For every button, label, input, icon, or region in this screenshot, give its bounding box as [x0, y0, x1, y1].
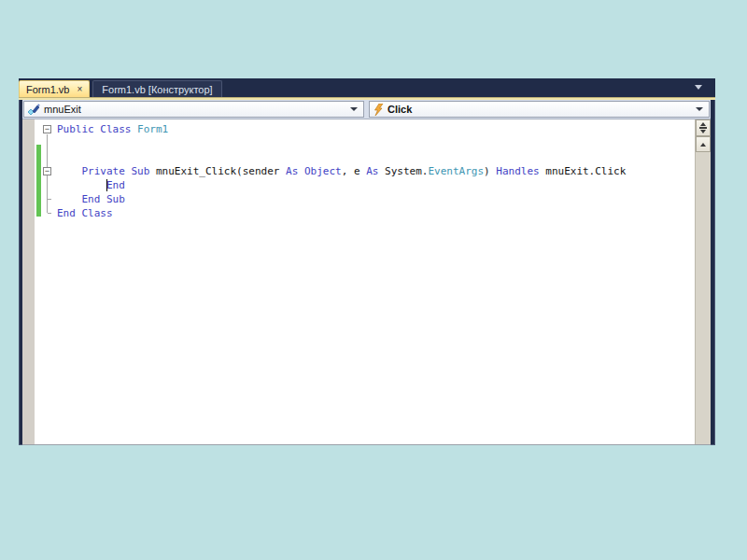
code-lines[interactable]: Public Class Form1 Private Sub mnuExit_C… — [57, 122, 695, 220]
code-line[interactable]: End Class — [57, 206, 695, 220]
vertical-scrollbar[interactable] — [695, 119, 711, 444]
code-line[interactable] — [57, 150, 695, 164]
splitter-bar-icon — [699, 127, 707, 129]
document-tab-strip: Form1.vb × Form1.vb [Конструктор] — [19, 78, 715, 97]
breakpoint-indicator-margin[interactable] — [22, 119, 35, 444]
code-line[interactable]: End — [57, 178, 695, 192]
arrow-up-icon — [700, 143, 706, 147]
scroll-up-button[interactable] — [696, 136, 711, 152]
editor-navigation-bar: mnuExit Click — [22, 100, 711, 119]
code-editor-surface[interactable]: − − Public Class Form1 Private Sub mnuEx… — [35, 119, 695, 444]
code-line[interactable]: Private Sub mnuExit_Click(sender As Obje… — [57, 164, 695, 178]
splitter-up-arrow-icon — [700, 122, 706, 126]
vs-code-editor-window: Form1.vb × Form1.vb [Конструктор] mnuExi… — [19, 78, 715, 445]
close-icon[interactable]: × — [77, 85, 82, 94]
withevents-field-icon — [28, 104, 40, 116]
event-dropdown-value: Click — [384, 104, 696, 115]
tab-label: Form1.vb [Конструктор] — [102, 84, 212, 95]
split-window-handle[interactable] — [696, 119, 711, 136]
code-line[interactable]: End Sub — [57, 192, 695, 206]
tab-form1-vb-code[interactable]: Form1.vb × — [19, 80, 90, 97]
chevron-down-icon[interactable] — [350, 107, 358, 111]
tab-label: Form1.vb — [26, 84, 69, 95]
chevron-down-icon[interactable] — [696, 107, 703, 111]
change-tracking-bar — [36, 145, 41, 217]
event-lightning-icon — [374, 104, 384, 116]
object-dropdown-value: mnuExit — [40, 104, 350, 115]
text-caret — [106, 179, 107, 191]
tab-form1-vb-designer[interactable]: Form1.vb [Конструктор] — [92, 80, 221, 97]
code-line[interactable]: Public Class Form1 — [57, 122, 695, 136]
code-line[interactable] — [57, 136, 695, 150]
collapse-region-icon[interactable]: − — [43, 167, 51, 175]
object-dropdown[interactable]: mnuExit — [23, 101, 364, 118]
outline-end-tick — [48, 199, 51, 200]
outline-end-tick — [48, 213, 51, 214]
editor-body: − − Public Class Form1 Private Sub mnuEx… — [22, 119, 711, 445]
collapse-region-icon[interactable]: − — [43, 125, 51, 133]
chevron-down-icon[interactable] — [695, 85, 702, 90]
splitter-down-arrow-icon — [700, 130, 706, 133]
event-dropdown[interactable]: Click — [369, 101, 710, 118]
